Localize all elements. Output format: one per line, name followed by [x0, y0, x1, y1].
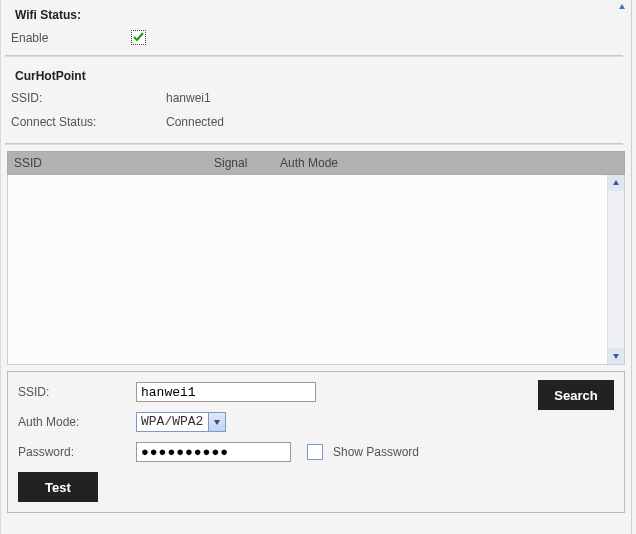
test-button[interactable]: Test	[18, 472, 98, 502]
form-ssid-label: SSID:	[18, 385, 136, 399]
show-password-label: Show Password	[333, 445, 419, 459]
hotpoint-connect-status-value: Connected	[166, 115, 224, 129]
auth-mode-select[interactable]: WPA/WPA2	[136, 412, 226, 432]
wifi-status-title: Wifi Status:	[1, 0, 631, 26]
hotpoint-title: CurHotPoint	[1, 61, 631, 87]
table-body	[7, 175, 625, 365]
chevron-down-icon[interactable]	[208, 412, 226, 432]
enable-checkbox[interactable]	[131, 30, 146, 45]
search-button[interactable]: Search	[538, 380, 614, 410]
password-input[interactable]	[136, 442, 291, 462]
ssid-input[interactable]	[136, 382, 316, 402]
auth-mode-selected: WPA/WPA2	[136, 412, 208, 432]
show-password-checkbox[interactable]	[307, 444, 323, 460]
hotpoint-connect-status-label: Connect Status:	[11, 115, 166, 129]
form-password-label: Password:	[18, 445, 136, 459]
table-header: SSID Signal Auth Mode	[7, 151, 625, 175]
wifi-form: Search SSID: Auth Mode: WPA/WPA2 Passwor…	[7, 371, 625, 513]
table-scrollbar[interactable]	[607, 175, 624, 364]
scroll-down-icon[interactable]	[608, 348, 624, 364]
network-table: SSID Signal Auth Mode	[7, 151, 625, 365]
divider-2	[5, 143, 623, 145]
th-ssid: SSID	[8, 156, 214, 170]
page-scroll-up[interactable]	[615, 0, 629, 14]
scroll-up-icon[interactable]	[608, 175, 624, 191]
hotpoint-ssid-value: hanwei1	[166, 91, 211, 105]
th-auth-mode: Auth Mode	[274, 156, 608, 170]
th-signal: Signal	[214, 156, 274, 170]
form-auth-label: Auth Mode:	[18, 415, 136, 429]
hotpoint-ssid-label: SSID:	[11, 91, 166, 105]
enable-label: Enable	[11, 31, 131, 45]
check-icon	[133, 32, 144, 43]
divider	[5, 55, 623, 57]
